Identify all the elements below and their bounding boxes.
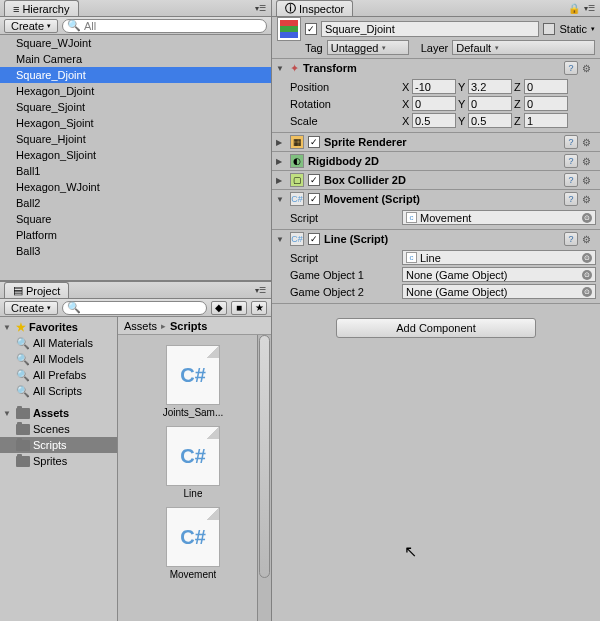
filter-by-label-button[interactable]: ■ xyxy=(231,301,247,315)
asset-grid[interactable]: C#Joints_Sam...C#LineC#Movement xyxy=(118,335,271,621)
enabled-checkbox[interactable]: ✓ xyxy=(308,174,320,186)
favorite-item[interactable]: 🔍All Materials xyxy=(0,335,117,351)
breadcrumb-item[interactable]: Scripts xyxy=(170,320,207,332)
asset-label: Joints_Sam... xyxy=(163,407,224,418)
favorite-item[interactable]: 🔍All Models xyxy=(0,351,117,367)
panel-menu-icon[interactable]: ▾☰ xyxy=(582,2,596,14)
enabled-checkbox[interactable]: ✓ xyxy=(308,233,320,245)
rotation-x-input[interactable] xyxy=(412,96,456,111)
component-header[interactable]: ▼ C# ✓ Movement (Script) ? ⚙ xyxy=(272,190,600,208)
create-button[interactable]: Create ▾ xyxy=(4,19,58,33)
tag-dropdown[interactable]: Untagged xyxy=(327,40,409,55)
hierarchy-item[interactable]: Square_Hjoint xyxy=(0,131,271,147)
hierarchy-item[interactable]: Ball2 xyxy=(0,195,271,211)
position-y-input[interactable] xyxy=(468,79,512,94)
breadcrumb-item[interactable]: Assets xyxy=(124,320,157,332)
enabled-checkbox[interactable]: ✓ xyxy=(308,136,320,148)
hierarchy-search-input[interactable]: 🔍 All xyxy=(62,19,267,33)
hierarchy-list[interactable]: Square_WJointMain CameraSquare_DjointHex… xyxy=(0,35,271,280)
help-icon[interactable]: ? xyxy=(564,135,578,149)
component-header[interactable]: ▶ ◐ Rigidbody 2D ? ⚙ xyxy=(272,152,600,170)
favorites-header[interactable]: ▼ ★ Favorites xyxy=(0,319,117,335)
component-header[interactable]: ▶ ▢ ✓ Box Collider 2D ? ⚙ xyxy=(272,171,600,189)
scrollbar[interactable] xyxy=(257,335,271,621)
gear-icon[interactable]: ⚙ xyxy=(582,234,596,245)
gameobject1-field[interactable]: None (Game Object) ⊙ xyxy=(402,267,596,282)
help-icon[interactable]: ? xyxy=(564,232,578,246)
position-z-input[interactable] xyxy=(524,79,568,94)
hierarchy-item[interactable]: Hexagon_Djoint xyxy=(0,83,271,99)
asset-item[interactable]: C#Joints_Sam... xyxy=(158,345,228,418)
hierarchy-item[interactable]: Main Camera xyxy=(0,51,271,67)
save-search-button[interactable]: ★ xyxy=(251,301,267,315)
hierarchy-item[interactable]: Platform xyxy=(0,227,271,243)
hierarchy-item[interactable]: Hexagon_Sljoint xyxy=(0,147,271,163)
object-name-input[interactable] xyxy=(321,21,539,37)
project-tab[interactable]: ▤ Project xyxy=(4,282,69,298)
hierarchy-item[interactable]: Hexagon_WJoint xyxy=(0,179,271,195)
hierarchy-item[interactable]: Square xyxy=(0,211,271,227)
object-picker-icon[interactable]: ⊙ xyxy=(582,287,592,297)
filter-by-type-button[interactable]: ◆ xyxy=(211,301,227,315)
hierarchy-item[interactable]: Ball3 xyxy=(0,243,271,259)
panel-menu-icon[interactable]: ▾☰ xyxy=(253,2,267,14)
rigidbody-icon: ◐ xyxy=(290,154,304,168)
folder-icon xyxy=(16,424,30,435)
hierarchy-item[interactable]: Hexagon_Sjoint xyxy=(0,115,271,131)
folder-item[interactable]: Sprites xyxy=(0,453,117,469)
rotation-z-input[interactable] xyxy=(524,96,568,111)
project-tree[interactable]: ▼ ★ Favorites 🔍All Materials🔍All Models🔍… xyxy=(0,317,118,621)
gameobject2-field[interactable]: None (Game Object) ⊙ xyxy=(402,284,596,299)
help-icon[interactable]: ? xyxy=(564,192,578,206)
enabled-checkbox[interactable]: ✓ xyxy=(308,193,320,205)
hierarchy-tab[interactable]: ≡ Hierarchy xyxy=(4,0,79,16)
active-checkbox[interactable]: ✓ xyxy=(305,23,317,35)
rotation-y-input[interactable] xyxy=(468,96,512,111)
scrollbar-thumb[interactable] xyxy=(259,335,270,578)
project-search-input[interactable]: 🔍 xyxy=(62,301,207,315)
gear-icon[interactable]: ⚙ xyxy=(582,156,596,167)
scale-z-input[interactable] xyxy=(524,113,568,128)
assets-header[interactable]: ▼ Assets xyxy=(0,405,117,421)
script-field[interactable]: c Movement ⊙ xyxy=(402,210,596,225)
hierarchy-item[interactable]: Ball1 xyxy=(0,163,271,179)
chevron-down-icon[interactable]: ▾ xyxy=(591,25,595,33)
favorite-item[interactable]: 🔍All Prefabs xyxy=(0,367,117,383)
hierarchy-item[interactable]: Square_Djoint xyxy=(0,67,271,83)
gear-icon[interactable]: ⚙ xyxy=(582,63,596,74)
static-checkbox[interactable] xyxy=(543,23,555,35)
gameobject-icon[interactable] xyxy=(277,17,301,41)
add-component-button[interactable]: Add Component xyxy=(336,318,536,338)
help-icon[interactable]: ? xyxy=(564,173,578,187)
favorite-item[interactable]: 🔍All Scripts xyxy=(0,383,117,399)
script-field[interactable]: c Line ⊙ xyxy=(402,250,596,265)
panel-menu-icon[interactable]: ▾☰ xyxy=(253,284,267,296)
create-button[interactable]: Create ▾ xyxy=(4,301,58,315)
component-header[interactable]: ▼ ✦ Transform ? ⚙ xyxy=(272,59,600,77)
inspector-tab[interactable]: ⓘ Inspector xyxy=(276,0,353,16)
asset-item[interactable]: C#Line xyxy=(158,426,228,499)
gear-icon[interactable]: ⚙ xyxy=(582,137,596,148)
position-x-input[interactable] xyxy=(412,79,456,94)
hierarchy-item[interactable]: Square_WJoint xyxy=(0,35,271,51)
folder-item[interactable]: Scripts xyxy=(0,437,117,453)
object-picker-icon[interactable]: ⊙ xyxy=(582,213,592,223)
help-icon[interactable]: ? xyxy=(564,61,578,75)
scale-x-input[interactable] xyxy=(412,113,456,128)
folder-item[interactable]: Scenes xyxy=(0,421,117,437)
object-picker-icon[interactable]: ⊙ xyxy=(582,253,592,263)
component-header[interactable]: ▼ C# ✓ Line (Script) ? ⚙ xyxy=(272,230,600,248)
asset-item[interactable]: C#Movement xyxy=(158,507,228,580)
gear-icon[interactable]: ⚙ xyxy=(582,194,596,205)
search-icon: 🔍 xyxy=(67,19,81,32)
lock-icon[interactable]: 🔒 xyxy=(568,3,580,14)
layer-dropdown[interactable]: Default xyxy=(452,40,595,55)
component-header[interactable]: ▶ ▦ ✓ Sprite Renderer ? ⚙ xyxy=(272,133,600,151)
gear-icon[interactable]: ⚙ xyxy=(582,175,596,186)
scale-y-input[interactable] xyxy=(468,113,512,128)
help-icon[interactable]: ? xyxy=(564,154,578,168)
object-picker-icon[interactable]: ⊙ xyxy=(582,270,592,280)
hierarchy-item[interactable]: Square_Sjoint xyxy=(0,99,271,115)
gameobject2-value: None (Game Object) xyxy=(406,286,507,298)
chevron-down-icon: ▾ xyxy=(47,304,51,312)
